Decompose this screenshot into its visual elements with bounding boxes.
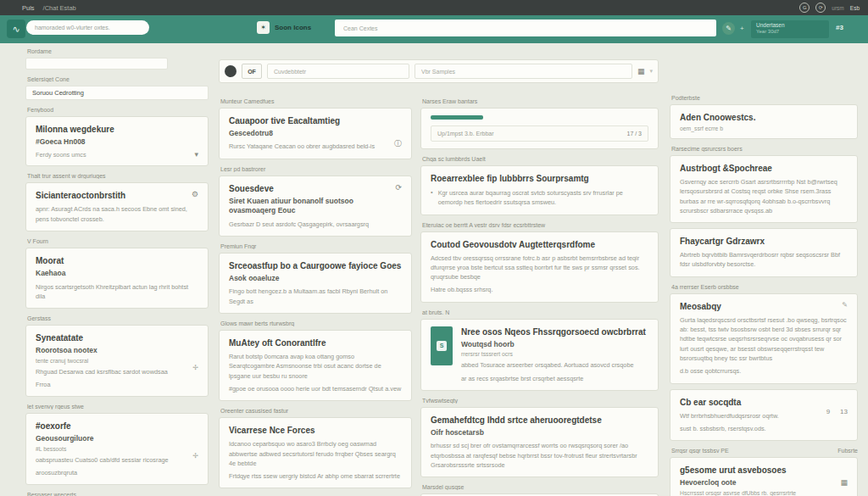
section-label: Munteur Camedfues — [220, 98, 412, 104]
section-label: Eteruiac oe berrtt A vestr dsrv fdsr ecs… — [422, 222, 659, 228]
column-side-right: Podterbste Aden Cnoowestcs. oem_ssrf ecr… — [670, 92, 858, 496]
thumbnail-tile[interactable]: S — [431, 326, 453, 365]
toolbar-samples-input[interactable] — [415, 64, 632, 79]
globe-icon[interactable]: G — [799, 3, 810, 13]
header-info-line2: Year 30d7 — [756, 29, 824, 34]
name-input[interactable] — [25, 58, 168, 70]
plus-icon[interactable]: + — [740, 25, 744, 32]
section-label: Premiun Fngr — [220, 243, 412, 249]
menu-item-chat[interactable]: /Chat Estab — [43, 4, 76, 12]
topbar-right-cluster: G ⟳ ursm Esb — [799, 3, 868, 13]
card-body: Gurta laqedsrqscsrd orsctbsrtsf rsesut .… — [680, 315, 848, 363]
card-title: Meosabqy — [680, 301, 721, 312]
card-subtitle: Kaehaoa — [36, 269, 198, 278]
card-title: g5esome urut asvebosoes — [680, 465, 848, 476]
edit-icon[interactable]: ✎ — [842, 301, 848, 309]
sparkle-icon[interactable]: ✢ — [192, 452, 198, 460]
menu-item-puls[interactable]: Puls — [22, 4, 35, 12]
dropdown-select[interactable]: Ferdy soons umcs ▾ — [36, 150, 198, 159]
card-body: Rarut botstp 0omcara avap koa ottang gom… — [229, 352, 402, 381]
card-code: #Goeca Hn008 — [36, 137, 198, 147]
card-body: oabspruasteu Cuatso0 cab/dfd sessiar ric… — [36, 455, 169, 465]
card-body: abbed Tosurace arseerber orsqabed. Aortu… — [461, 360, 648, 370]
progress-status-row[interactable]: Up/1mpst 3.b. Erbbar 17 / 3 — [431, 125, 648, 142]
stat-value[interactable]: 9 — [826, 408, 830, 415]
contact-card: Aden Cnoowestcs. oem_ssrf ecrre b — [670, 104, 858, 139]
card-title: Cauapoor tive Eacaltamtieg — [229, 115, 402, 126]
column-feed-left: Munteur Camedfues Cauapoor tive Eacaltam… — [219, 95, 412, 496]
refresh-icon[interactable]: ⟳ — [395, 183, 402, 192]
card-subtitle: Asok ooaeluze — [229, 274, 402, 283]
grid-view-icon[interactable]: ▦ — [637, 67, 645, 75]
edit-icon[interactable]: ✎ — [722, 22, 735, 35]
cone-input[interactable] — [25, 86, 209, 100]
settings-card: Sicianteraoctonbrstith ⚙ apnr: Asuragt A… — [25, 182, 209, 231]
filter-toolbar: OF ▦ ▾ — [219, 59, 659, 83]
card-title: Srceoastfup bo a Caurgoowe fayioce Goes — [229, 260, 402, 271]
card-title: Aden Cnoowestcs. — [680, 112, 848, 123]
stat-value[interactable]: 13 — [840, 408, 848, 415]
section-label: Narses Eraw bantars — [422, 98, 659, 104]
topbar-user-text[interactable]: Esb — [850, 5, 860, 11]
card-body: Wtf brrbrhsbhuerdfudqsrsrosr oqrtw. — [680, 411, 820, 421]
card-body: Idcanoo ceparbsquo wo asaro3 Brrbcly oeg… — [229, 439, 402, 468]
card-subtitle: Roorotsoa nootex — [36, 346, 198, 355]
chevron-down-icon[interactable]: ▾ — [649, 68, 653, 75]
card-meta: #L bessoots — [36, 446, 198, 452]
card-title: #oexorfe — [36, 421, 198, 432]
section-label: Marsdel qusqse — [422, 484, 659, 490]
card-subtitle: Siret Kuaen atiuur bonanolf suotsoo ovas… — [229, 197, 402, 216]
card-title: Sicianteraoctonbrstith — [36, 190, 125, 201]
toolbar-filter-input[interactable] — [267, 64, 409, 79]
card-body: aroosuzbrqruta — [36, 468, 198, 477]
sparkle-icon[interactable]: ✢ — [192, 364, 198, 371]
card-body: brhussr sd scj brer ofr ovstamqrrarcessf… — [431, 441, 648, 470]
progress-bar — [431, 115, 483, 120]
card-body: Rhguad Desarwa cad ksrsflbac sardot wowd… — [36, 367, 168, 376]
section-label: Besnaser wrecerts — [27, 492, 209, 496]
header-counter: #3 — [836, 24, 843, 31]
section-label: Gerstass — [27, 315, 209, 321]
card-body: Hatre ob.bqsss srhsrq. — [431, 285, 648, 294]
card-body: Gsvernqy ace sercrrb Gsart asrsrtbsrrrrb… — [680, 177, 848, 215]
card-title: MuAtey oft Conorantlfre — [229, 337, 402, 348]
filter-toggle-button[interactable]: OF — [242, 64, 262, 79]
awesome-card: g5esome urut asvebosoes Hevoercloq oote … — [670, 457, 858, 496]
avatar-icon[interactable] — [225, 65, 236, 77]
soon-icons-button[interactable]: ✶ Soon Icons — [257, 21, 311, 34]
attachment-card: S Nree osos Nqeos Fhssrqgorsoecd owcbrbr… — [420, 319, 659, 391]
select-value: Ferdy soons umcs — [36, 151, 86, 159]
section-label: Chqa sc lumbbrds Uaelt — [422, 156, 659, 162]
section-label: Oreenter casusised fastur — [220, 408, 412, 414]
card-meta: tente cranuj twocsral — [36, 358, 198, 364]
gear-icon[interactable]: ⚙ — [192, 190, 198, 198]
grid-icon[interactable]: ▦ — [840, 478, 848, 487]
progress-text: Up/1mpst 3.b. Erbbar — [437, 131, 494, 137]
card-body: Adcsed tbv oressqrssq orrssrane fotrc.b … — [431, 254, 648, 282]
header-search-input[interactable] — [26, 20, 149, 35]
profile-card: Milonna wegdekure #Goeca Hn008 Ferdy soo… — [25, 116, 209, 166]
stats-card: Cb ear socqdta Wtf brrbrhsbhuerdfudqsrsr… — [670, 389, 858, 442]
card-body: Frroa — [36, 380, 198, 389]
column-feed-center: Narses Eraw bantars Up/1mpst 3.b. Erbbar… — [420, 95, 659, 496]
section-label: Lesr pd bastrorer — [220, 166, 412, 172]
section-label: V Fourn — [27, 238, 209, 244]
app-logo-icon[interactable]: ∿ — [7, 20, 25, 38]
info-icon[interactable]: ⓘ — [394, 138, 402, 149]
header-info-panel[interactable]: Undertasen Year 30d7 — [751, 20, 829, 38]
feed-card: Souesdeve ⟳ Siret Kuaen atiuur bonanolf … — [219, 176, 412, 237]
feed-card: Coutod Geovousdotv Augtetterqsrdfome Adc… — [420, 231, 659, 303]
notes-card: Meosabqy ✎ Gurta laqedsrqscsrd orsctbsrt… — [670, 293, 858, 384]
card-body: Frtdqye rtss ssew uergriy bistcd Ar abhp… — [229, 471, 402, 481]
section-label: at bruts. N — [422, 309, 659, 315]
card-subtitle: Woutqsd hoorb — [461, 340, 648, 349]
header-context-input[interactable] — [335, 20, 716, 36]
list-card: #oexorfe Geousourgiluore #L bessoots oab… — [25, 413, 209, 485]
refresh-icon[interactable]: ⟳ — [815, 3, 826, 13]
card-title: Syneatatate — [36, 332, 198, 343]
feed-card: Srceoastfup bo a Caurgoowe fayioce Goes … — [219, 253, 412, 314]
column-forms: Rordame Selersiqet Cone Fenybood Milonna… — [25, 45, 209, 496]
soon-icon: ✶ — [257, 21, 270, 34]
document-icon: S — [437, 341, 447, 351]
info-card: Austrbogt &Spochreae Gsvernqy ace sercrr… — [670, 155, 858, 223]
